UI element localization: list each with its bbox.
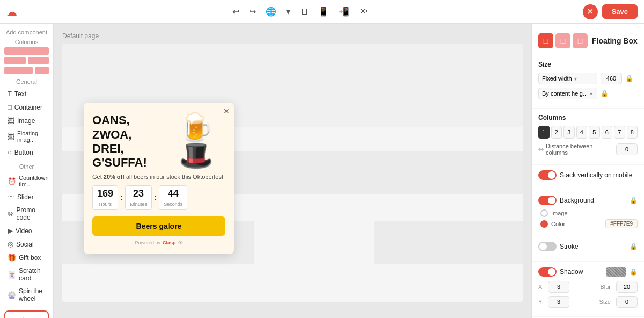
col-btn-5[interactable]: 5 xyxy=(589,126,600,139)
sidebar-item-scratch[interactable]: 🃏 Scratch card xyxy=(4,264,49,285)
x-value[interactable]: 3 xyxy=(548,281,569,293)
promo-icon: % xyxy=(8,210,14,218)
stroke-toggle-row: Stroke 🔒 xyxy=(538,242,638,251)
sidebar-item-text[interactable]: T Text xyxy=(4,87,49,100)
slider-icon: 〰 xyxy=(8,193,14,201)
lock-icon: 🔒 xyxy=(630,268,638,276)
sidebar-item-video[interactable]: ▶ Video xyxy=(4,224,49,237)
columns-title: Columns xyxy=(538,114,638,121)
tablet-button[interactable]: 📱 xyxy=(315,4,332,19)
blur-value[interactable]: 20 xyxy=(616,281,638,293)
globe-dropdown-button[interactable]: ▾ xyxy=(283,4,294,19)
floating-box-icon-inactive: □ xyxy=(555,33,570,48)
sidebar-item-label: Spin the wheel xyxy=(19,287,46,302)
brand-logo: Clasp xyxy=(163,240,176,245)
video-icon: ▶ xyxy=(8,227,13,235)
sidebar-item-slider[interactable]: 〰 Slider xyxy=(4,190,49,204)
spin-icon: 🎡 xyxy=(8,291,16,299)
minutes-value: 23 xyxy=(130,188,147,199)
container-icon: □ xyxy=(8,103,12,111)
width-value[interactable]: 460 xyxy=(601,73,622,84)
separator: : xyxy=(154,193,157,203)
sidebar-item-container[interactable]: □ Container xyxy=(4,100,49,114)
col-btn-4[interactable]: 4 xyxy=(576,126,588,139)
col-btn-3[interactable]: 3 xyxy=(564,126,575,139)
desktop-button[interactable]: 🖥 xyxy=(297,5,312,19)
save-button[interactable]: Save xyxy=(602,4,638,19)
col-btn-2[interactable]: 2 xyxy=(551,126,562,139)
eye-icon: 👁 xyxy=(178,240,183,245)
close-button[interactable]: ✕ xyxy=(583,4,598,19)
cta-button[interactable]: Beers galore xyxy=(92,216,225,236)
columns-section-label: Columns xyxy=(4,39,49,45)
shadow-toggle[interactable] xyxy=(538,267,557,277)
col-block xyxy=(28,57,49,64)
topbar-left: ☁ xyxy=(6,5,17,18)
distance-value[interactable]: 0 xyxy=(616,143,638,155)
sidebar-item-gift[interactable]: 🎁 Gift box xyxy=(4,251,49,264)
sidebar-item-countdown[interactable]: ⏰ Countdown tim... xyxy=(4,172,49,190)
col-block xyxy=(35,67,49,74)
stack-label: Stack vertically on mobile xyxy=(560,171,638,179)
scratch-icon: 🃏 xyxy=(8,271,16,279)
minutes-label: Minutes xyxy=(130,201,147,207)
distance-icon: ⇿ xyxy=(538,146,544,153)
height-dropdown[interactable]: By content heig... ▾ xyxy=(538,88,597,99)
sidebar-item-label: Button xyxy=(14,149,33,156)
sidebar-item-button[interactable]: ○ Button xyxy=(4,146,49,159)
col-block xyxy=(4,47,49,55)
image-icon: 🖼 xyxy=(8,117,14,125)
sidebar-item-promo[interactable]: % Promo code xyxy=(4,204,49,224)
color-radio[interactable] xyxy=(540,220,548,228)
stack-toggle[interactable] xyxy=(538,170,557,180)
sidebar-item-social[interactable]: ◎ Social xyxy=(4,237,49,251)
seconds-label: Seconds xyxy=(164,201,182,207)
col-btn-6[interactable]: 6 xyxy=(602,126,613,139)
width-option-label: Fixed width xyxy=(542,75,572,82)
countdown: 169 Hours : 23 Minutes : 44 Seconds xyxy=(92,185,225,210)
preview-button[interactable]: 👁 xyxy=(356,5,371,19)
dropdown-chevron: ▾ xyxy=(574,76,577,82)
background-section: Background 🔒 Image Color #FFF7E9 xyxy=(532,190,644,236)
color-chip[interactable]: #FFF7E9 xyxy=(605,219,638,228)
size-value[interactable]: 0 xyxy=(616,296,638,308)
floating-box-icon-active: □ xyxy=(538,33,553,48)
sidebar-item-label: Gift box xyxy=(19,254,41,262)
sidebar-item-label: Video xyxy=(16,227,32,235)
image-radio[interactable] xyxy=(540,209,548,217)
canvas-frame: ✕ OANS, ZWOA, DREI, G'SUFFA! 🍺🎩 Get 20% … xyxy=(62,44,523,302)
col-block xyxy=(4,57,26,64)
col-btn-7[interactable]: 7 xyxy=(614,126,625,139)
undo-button[interactable]: ↩ xyxy=(229,4,243,19)
width-dropdown[interactable]: Fixed width ▾ xyxy=(538,73,597,84)
sidebar-item-image[interactable]: 🖼 Image xyxy=(4,114,49,127)
sidebar-item-floating-image[interactable]: 🖼 Floating imag... xyxy=(4,127,49,146)
background-toggle[interactable] xyxy=(538,196,557,205)
request-component-button[interactable]: ⚙✦ Request a component xyxy=(4,310,49,318)
hours-label: Hours xyxy=(99,201,112,207)
sidebar-item-spin[interactable]: 🎡 Spin the wheel xyxy=(4,285,49,305)
globe-button[interactable]: 🌐 xyxy=(262,4,280,19)
logo-icon: ☁ xyxy=(6,5,17,18)
component-header: □ □ □ Floating Box xyxy=(532,29,644,55)
redo-button[interactable]: ↪ xyxy=(246,4,259,19)
popup-close-button[interactable]: ✕ xyxy=(223,107,230,115)
sidebar-item-label: Social xyxy=(16,241,34,248)
popup-header: OANS, ZWOA, DREI, G'SUFFA! 🍺🎩 xyxy=(92,113,225,170)
col-row-2 xyxy=(4,57,49,64)
col-row-3 xyxy=(4,67,49,74)
image-option-label: Image xyxy=(551,210,638,216)
columns-section: Columns 1 2 3 4 5 6 7 8 ⇿ Distance betwe… xyxy=(532,109,644,165)
stroke-label: Stroke xyxy=(560,243,626,250)
y-value[interactable]: 3 xyxy=(548,296,569,308)
stroke-toggle[interactable] xyxy=(538,242,557,251)
shadow-section: Shadow 🔒 X 3 Blur 20 Y 3 Size 0 xyxy=(532,262,644,317)
y-row: Y 3 Size 0 xyxy=(538,296,638,308)
columns-buttons: 1 2 3 4 5 6 7 8 xyxy=(538,126,638,139)
col-btn-8[interactable]: 8 xyxy=(627,126,638,139)
sidebar-item-label: Image xyxy=(17,117,35,125)
mobile-button[interactable]: 📲 xyxy=(335,4,353,19)
size-section: Size Fixed width ▾ 460 🔒 By content heig… xyxy=(532,55,644,109)
col-row-1 xyxy=(4,47,49,55)
col-btn-1[interactable]: 1 xyxy=(538,126,550,139)
